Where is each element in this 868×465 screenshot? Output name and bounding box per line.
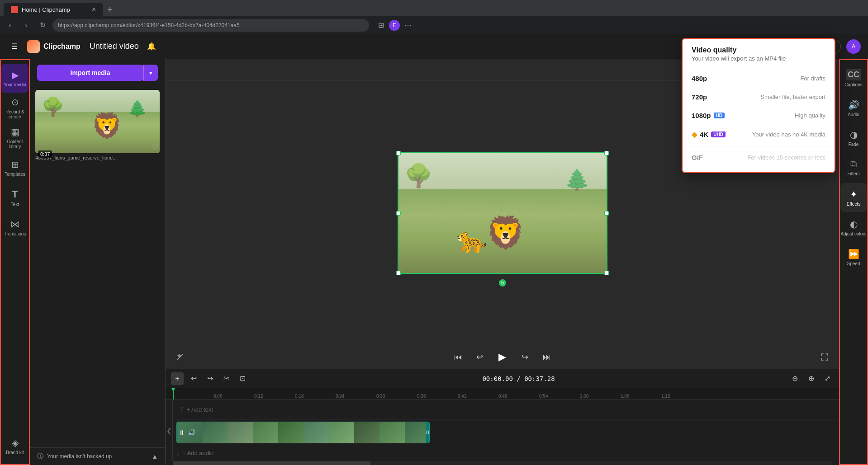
timeline-scrollbar[interactable] xyxy=(173,461,832,465)
ruler-mark-12: 1:12 xyxy=(661,394,670,399)
skip-back-btn[interactable]: ⏮ xyxy=(451,350,465,364)
ruler-mark-11: 1:06 xyxy=(621,394,629,399)
more-btn[interactable]: ⋯ xyxy=(402,19,414,32)
active-tab[interactable]: Home | Clipchamp × xyxy=(4,3,103,16)
import-dropdown-btn[interactable]: ▾ xyxy=(143,65,158,81)
add-clip-btn[interactable]: + xyxy=(171,372,184,385)
clip-end-icon: ⏸ xyxy=(425,429,430,436)
extensions-btn[interactable]: ⊞ xyxy=(375,19,387,32)
clip-end-handle[interactable]: ⏸ xyxy=(426,422,429,443)
brand-kit-label: Brand kit xyxy=(6,450,24,455)
add-audio-label: + Add audio xyxy=(182,450,213,456)
timeline-ruler-row: 0:06 0:12 0:18 0:24 0:30 xyxy=(166,388,839,400)
tracks-area: T + Add text xyxy=(173,400,839,461)
right-sidebar: CC Captions 🔊 Audio ◑ Fade ⧉ Filters ✦ E… xyxy=(839,59,868,465)
media-duration-0: 0:37 xyxy=(38,150,52,158)
app-logo: Clipchamp xyxy=(27,40,81,53)
add-audio-btn[interactable]: ♪ + Add audio xyxy=(176,450,213,457)
sidebar-item-brand-kit[interactable]: ◈ Brand kit xyxy=(1,432,28,460)
notification-btn[interactable]: 🔔 xyxy=(144,39,159,54)
scrollbar-thumb[interactable] xyxy=(173,461,370,465)
backup-expand-icon[interactable]: ▲ xyxy=(152,453,158,460)
media-panel: Import media ▾ 🌳 🌲 🦁 0:37 xyxy=(30,59,166,465)
add-text-btn[interactable]: T + Add text xyxy=(176,404,217,415)
right-sidebar-item-filters[interactable]: ⧉ Filters xyxy=(840,153,867,182)
new-tab-btn[interactable]: + xyxy=(103,3,117,16)
fullscreen-btn[interactable] xyxy=(817,350,832,364)
ruler-mark-5: 0:30 xyxy=(376,394,385,399)
content-library-icon: ▦ xyxy=(11,127,19,137)
corner-handle-bl[interactable] xyxy=(396,271,401,275)
expand-timeline-btn[interactable]: ⤢ xyxy=(821,372,834,385)
save-btn[interactable]: ⊡ xyxy=(236,372,249,385)
right-sidebar-item-fade[interactable]: ◑ Fade xyxy=(840,123,867,152)
quality-option-480p[interactable]: 480p For drafts xyxy=(683,69,835,88)
right-sidebar-item-audio[interactable]: 🔊 Audio xyxy=(840,94,867,122)
sidebar-item-your-media[interactable]: ▶ Your media xyxy=(1,64,28,93)
import-media-button[interactable]: Import media xyxy=(37,65,143,81)
video-clip[interactable]: ⏸ 🔊 ⏸ xyxy=(176,422,430,443)
quality-option-1080p[interactable]: 1080p HD High quality xyxy=(683,106,835,125)
video-preview: 🌳 🌲 🦁 🐆 xyxy=(398,153,607,273)
side-handle-right[interactable] xyxy=(604,211,609,216)
cut-btn[interactable]: ✂ xyxy=(220,372,232,385)
right-sidebar-item-speed[interactable]: ⏩ Speed xyxy=(840,243,867,272)
forward-btn[interactable]: › xyxy=(20,19,33,32)
sidebar-item-templates[interactable]: ⊞ Templates xyxy=(1,153,28,182)
redo-btn[interactable]: ↪ xyxy=(204,372,216,385)
magic-tool-btn[interactable] xyxy=(173,350,187,364)
url-text: https://app.clipchamp.com/editor/c41936f… xyxy=(58,22,240,28)
desc-4k: Your video has no 4K media xyxy=(752,131,825,138)
playback-controls: ⏮ ↩ ▶ ↪ ⏭ xyxy=(166,345,839,369)
play-pause-btn[interactable]: ▶ xyxy=(494,349,511,365)
sidebar-item-record[interactable]: ⊙ Record &create xyxy=(1,94,28,122)
sidebar-item-text[interactable]: T Text xyxy=(1,183,28,212)
hamburger-icon: ☰ xyxy=(11,42,18,51)
rotation-handle[interactable]: ↻ xyxy=(499,279,506,287)
avatar-btn[interactable]: A xyxy=(846,39,861,54)
browser-toolbar: ‹ › ↻ https://app.clipchamp.com/editor/c… xyxy=(0,16,868,34)
quality-option-720p[interactable]: 720p Smaller file, faster export xyxy=(683,88,835,106)
zoom-in-btn[interactable]: ⊕ xyxy=(805,372,817,385)
sidebar-item-content-library[interactable]: ▦ Content library xyxy=(1,123,28,152)
refresh-btn[interactable]: ↻ xyxy=(36,19,49,32)
add-text-label: + Add text xyxy=(187,406,213,413)
right-sidebar-item-captions[interactable]: CC Captions xyxy=(840,64,867,93)
clip-thumb-2 xyxy=(202,422,228,443)
hamburger-btn[interactable]: ☰ xyxy=(7,39,22,54)
right-sidebar-item-effects[interactable]: ✦ Effects xyxy=(840,183,867,212)
skip-forward-btn[interactable]: ⏭ xyxy=(540,350,554,364)
right-sidebar-item-adjust-colors[interactable]: ◐ Adjust colors xyxy=(840,213,867,242)
thumb-tree-right: 🌲 xyxy=(128,99,147,118)
quality-option-4k[interactable]: ◆ 4K UHD Your video has no 4K media xyxy=(683,125,835,144)
corner-handle-tl[interactable] xyxy=(396,151,401,155)
media-item-0[interactable]: 🌳 🌲 🦁 0:37 463057_lions_game_reserve_lio… xyxy=(35,90,160,160)
ruler-label-9: 0:54 xyxy=(539,394,548,399)
media-grid: 🌳 🌲 🦁 0:37 463057_lions_game_reserve_lio… xyxy=(30,86,165,447)
video-title[interactable]: Untitled video xyxy=(90,42,139,51)
clip-vol-btn[interactable]: 🔊 xyxy=(188,429,195,436)
forward-btn[interactable]: ↪ xyxy=(518,350,532,364)
rewind-btn[interactable]: ↩ xyxy=(473,350,487,364)
lion-main: 🦁 xyxy=(486,214,525,251)
captions-icon: CC xyxy=(846,69,861,80)
back-btn[interactable]: ‹ xyxy=(4,19,16,32)
side-handle-left[interactable] xyxy=(396,211,401,216)
tab-close-icon[interactable]: × xyxy=(92,5,96,14)
corner-handle-br[interactable] xyxy=(604,271,609,275)
undo-btn[interactable]: ↩ xyxy=(187,372,200,385)
video-frame-border[interactable]: 🌳 🌲 🦁 🐆 xyxy=(398,152,607,274)
trees-right: 🌲 xyxy=(564,168,590,192)
quality-option-gif[interactable]: GIF For videos 15 seconds or less xyxy=(683,148,835,167)
profile-btn[interactable]: E xyxy=(389,20,400,31)
audio-icon: ♪ xyxy=(176,450,180,457)
address-bar[interactable]: https://app.clipchamp.com/editor/c41936f… xyxy=(52,19,369,32)
clip-pause-btn[interactable]: ⏸ xyxy=(179,429,185,436)
import-btn-row: Import media ▾ xyxy=(30,59,165,86)
ruler-label-11: 1:06 xyxy=(621,394,629,399)
ruler-area[interactable]: 0:06 0:12 0:18 0:24 0:30 xyxy=(173,388,839,399)
collapse-handle[interactable]: ❮ xyxy=(166,400,173,461)
corner-handle-tr[interactable] xyxy=(604,151,609,155)
sidebar-item-transitions[interactable]: ⋈ Transitions xyxy=(1,213,28,242)
zoom-out-btn[interactable]: ⊖ xyxy=(788,372,801,385)
